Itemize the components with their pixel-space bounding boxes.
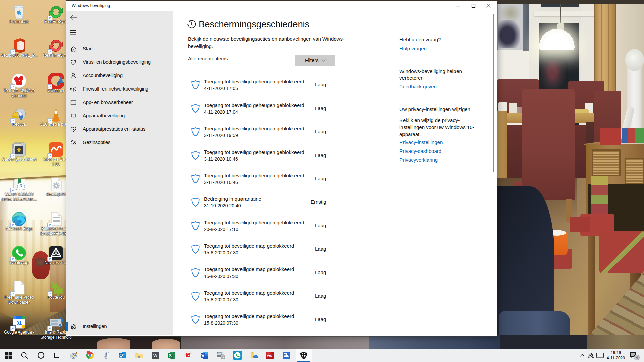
svg-text:31: 31 — [16, 320, 22, 326]
svg-text:PDF: PDF — [267, 354, 273, 358]
svg-text:?: ? — [19, 184, 23, 189]
svg-text:W: W — [153, 353, 158, 358]
